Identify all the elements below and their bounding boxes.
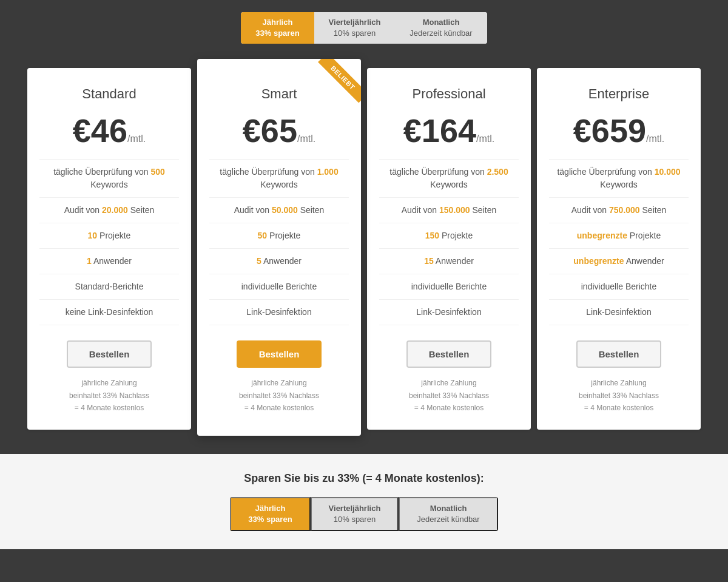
payment-note-enterprise: jährliche Zahlungbeinhaltet 33% Nachlass…	[549, 377, 689, 414]
feature-item: 10 Projekte	[39, 223, 179, 249]
feature-highlight: 5	[257, 256, 261, 266]
feature-highlight: 50.000	[272, 205, 298, 215]
payment-note-smart: jährliche Zahlungbeinhaltet 33% Nachlass…	[209, 377, 349, 414]
feature-item: Audit von 750.000 Seiten	[549, 198, 689, 223]
feature-item: individuelle Berichte	[379, 274, 519, 300]
plans-container: Standard €46/mtl. tägliche Überprüfung v…	[12, 62, 716, 441]
order-button-professional[interactable]: Bestellen	[406, 340, 492, 368]
price-row-smart: €65/mtl.	[209, 114, 349, 147]
feature-item: 5 Anwender	[209, 249, 349, 274]
feature-list-professional: tägliche Überprüfung von 2.500 KeywordsA…	[379, 159, 519, 325]
feature-item: 50 Projekte	[209, 223, 349, 249]
feature-highlight: 10.000	[655, 167, 681, 177]
order-button-standard[interactable]: Bestellen	[67, 340, 152, 368]
feature-list-smart: tägliche Überprüfung von 1.000 KeywordsA…	[209, 159, 349, 325]
plan-card-enterprise: Enterprise €659/mtl. tägliche Überprüfun…	[537, 68, 701, 429]
order-button-enterprise[interactable]: Bestellen	[576, 340, 662, 368]
feature-list-standard: tägliche Überprüfung von 500 KeywordsAud…	[39, 159, 179, 325]
feature-item: Audit von 150.000 Seiten	[379, 198, 519, 223]
feature-highlight: 20.000	[102, 205, 128, 215]
feature-item: 1 Anwender	[39, 249, 179, 274]
billing-option-bottom-0[interactable]: Jährlich33% sparen	[230, 497, 310, 531]
plan-card-professional: Professional €164/mtl. tägliche Überprüf…	[367, 68, 531, 429]
feature-highlight: 500	[150, 167, 164, 177]
feature-item: tägliche Überprüfung von 2.500 Keywords	[379, 159, 519, 198]
feature-highlight: 150	[425, 231, 439, 240]
billing-toggle-top[interactable]: Jährlich33% sparenVierteljährlich10% spa…	[241, 12, 487, 44]
payment-note-professional: jährliche Zahlungbeinhaltet 33% Nachlass…	[379, 377, 519, 414]
feature-highlight: 50	[258, 231, 268, 240]
feature-item: individuelle Berichte	[549, 274, 689, 300]
feature-highlight: unbegrenzte	[577, 231, 627, 240]
feature-item: Link-Desinfektion	[379, 300, 519, 325]
price-amount-professional: €164	[403, 112, 476, 149]
billing-option-yearly[interactable]: Jährlich33% sparen	[241, 12, 314, 44]
feature-item: Standard-Berichte	[39, 274, 179, 300]
feature-highlight: 750.000	[609, 205, 640, 215]
plan-name-enterprise: Enterprise	[549, 86, 689, 102]
save-text: Sparen Sie bis zu 33% (= 4 Monate kosten…	[12, 472, 716, 485]
billing-toggle-bottom[interactable]: Jährlich33% sparenVierteljährlich10% spa…	[230, 497, 497, 531]
bottom-section: Sparen Sie bis zu 33% (= 4 Monate kosten…	[0, 454, 728, 549]
feature-item: unbegrenzte Projekte	[549, 223, 689, 249]
feature-item: tägliche Überprüfung von 10.000 Keywords	[549, 159, 689, 198]
plan-card-smart: BELIEBT Smart €65/mtl. tägliche Überprüf…	[197, 59, 361, 435]
price-amount-smart: €65	[243, 112, 297, 149]
price-row-professional: €164/mtl.	[379, 114, 519, 147]
feature-highlight: 15	[424, 256, 434, 266]
price-unit-enterprise: /mtl.	[646, 134, 664, 144]
feature-highlight: 1.000	[317, 167, 339, 177]
feature-item: Audit von 20.000 Seiten	[39, 198, 179, 223]
ribbon-smart: BELIEBT	[306, 59, 361, 113]
feature-item: individuelle Berichte	[209, 274, 349, 300]
billing-option-bottom-1[interactable]: Vierteljährlich10% sparen	[311, 497, 399, 531]
billing-option-monthly[interactable]: MonatlichJederzeit kündbar	[395, 12, 487, 44]
price-unit-professional: /mtl.	[476, 134, 494, 144]
price-unit-smart: /mtl.	[297, 134, 315, 144]
feature-item: Audit von 50.000 Seiten	[209, 198, 349, 223]
price-amount-enterprise: €659	[573, 112, 646, 149]
feature-item: 150 Projekte	[379, 223, 519, 249]
feature-item: unbegrenzte Anwender	[549, 249, 689, 274]
feature-highlight: 10	[88, 231, 98, 240]
feature-item: tägliche Überprüfung von 1.000 Keywords	[209, 159, 349, 198]
plan-card-standard: Standard €46/mtl. tägliche Überprüfung v…	[27, 68, 191, 429]
feature-item: keine Link-Desinfektion	[39, 300, 179, 325]
feature-item: Link-Desinfektion	[209, 300, 349, 325]
feature-item: Link-Desinfektion	[549, 300, 689, 325]
feature-highlight: unbegrenzte	[573, 256, 624, 266]
price-amount-standard: €46	[73, 112, 127, 149]
feature-highlight: 150.000	[439, 205, 470, 215]
plan-name-standard: Standard	[39, 86, 179, 102]
price-row-enterprise: €659/mtl.	[549, 114, 689, 147]
feature-item: 15 Anwender	[379, 249, 519, 274]
billing-option-bottom-2[interactable]: MonatlichJederzeit kündbar	[399, 497, 497, 531]
order-button-smart[interactable]: Bestellen	[237, 340, 322, 368]
payment-note-standard: jährliche Zahlungbeinhaltet 33% Nachlass…	[39, 377, 179, 414]
feature-highlight: 1	[87, 256, 92, 266]
price-row-standard: €46/mtl.	[39, 114, 179, 147]
plan-name-professional: Professional	[379, 86, 519, 102]
ribbon-text-smart: BELIEBT	[318, 59, 361, 103]
feature-list-enterprise: tägliche Überprüfung von 10.000 Keywords…	[549, 159, 689, 325]
feature-highlight: 2.500	[487, 167, 508, 177]
price-unit-standard: /mtl.	[127, 134, 146, 144]
feature-item: tägliche Überprüfung von 500 Keywords	[39, 159, 179, 198]
billing-option-quarterly[interactable]: Vierteljährlich10% sparen	[314, 12, 396, 44]
